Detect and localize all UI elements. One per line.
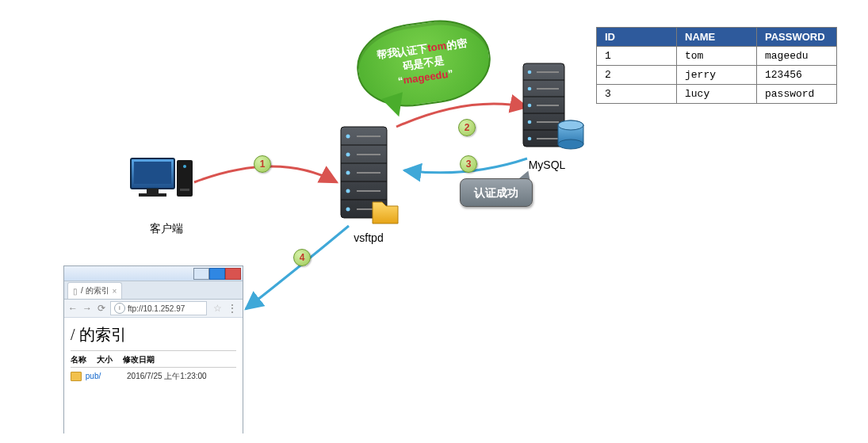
col-date: 修改日期 bbox=[123, 355, 155, 364]
step-1-badge: 1 bbox=[254, 155, 271, 173]
page-heading: / 的索引 bbox=[71, 324, 236, 346]
arrow-4 bbox=[246, 226, 349, 309]
window-maximize-button[interactable] bbox=[209, 268, 225, 280]
svg-point-40 bbox=[558, 120, 583, 130]
table-row: 1 tom mageedu bbox=[597, 47, 837, 66]
folder-icon bbox=[71, 372, 82, 381]
browser-tab[interactable]: ▯ / 的索引 × bbox=[67, 282, 122, 299]
forward-button[interactable]: → bbox=[82, 303, 93, 314]
step-4-badge: 4 bbox=[293, 249, 311, 266]
close-icon[interactable]: × bbox=[113, 287, 117, 296]
col-name: 名称 bbox=[71, 354, 94, 365]
vsftpd-server-icon bbox=[341, 127, 398, 223]
browser-page: / 的索引 名称 大小 修改日期 pub/ 2016/7/25 上午1:23:0… bbox=[64, 318, 243, 442]
svg-rect-6 bbox=[180, 189, 189, 191]
tab-title: / 的索引 bbox=[81, 285, 109, 296]
bubble-quote-r: ” bbox=[447, 67, 454, 80]
browser-titlebar bbox=[64, 266, 243, 281]
auth-success-callout: 认证成功 bbox=[460, 178, 533, 207]
svg-point-29 bbox=[528, 104, 532, 108]
listing-header: 名称 大小 修改日期 bbox=[71, 354, 236, 365]
bubble-user: tom bbox=[426, 40, 447, 54]
database-icon bbox=[558, 120, 583, 149]
table-row: 2 jerry 123456 bbox=[597, 66, 837, 85]
browser-addressbar: ← → ⟳ i ftp://10.1.252.97 ☆ ⋮ bbox=[64, 300, 243, 318]
url-text: ftp://10.1.252.97 bbox=[128, 304, 185, 313]
client-icon bbox=[131, 158, 193, 197]
svg-point-39 bbox=[558, 139, 583, 149]
browser-window: ▯ / 的索引 × ← → ⟳ i ftp://10.1.252.97 ☆ ⋮ … bbox=[63, 265, 243, 433]
back-button[interactable]: ← bbox=[67, 303, 78, 314]
table-row: 3 lucy password bbox=[597, 85, 837, 104]
db-col-password: PASSWORD bbox=[757, 28, 837, 47]
db-col-name: NAME bbox=[677, 28, 757, 47]
reload-button[interactable]: ⟳ bbox=[96, 303, 107, 314]
bookmark-icon[interactable]: ☆ bbox=[213, 303, 222, 314]
svg-point-13 bbox=[346, 153, 350, 157]
svg-point-14 bbox=[346, 171, 350, 175]
svg-point-27 bbox=[528, 71, 532, 74]
menu-icon[interactable]: ⋮ bbox=[225, 302, 239, 315]
entry-date: 2016/7/25 上午1:23:00 bbox=[127, 372, 207, 380]
db-col-id: ID bbox=[597, 28, 677, 47]
svg-point-31 bbox=[528, 137, 532, 141]
step-3-badge: 3 bbox=[460, 155, 477, 173]
svg-rect-1 bbox=[134, 162, 171, 184]
page-icon: ▯ bbox=[73, 287, 78, 296]
svg-point-12 bbox=[346, 135, 350, 139]
mysql-server-icon bbox=[523, 63, 583, 149]
window-minimize-button[interactable] bbox=[193, 268, 209, 280]
step-2-badge: 2 bbox=[458, 119, 476, 136]
user-db-table: ID NAME PASSWORD 1 tom mageedu 2 jerry 1… bbox=[596, 27, 837, 104]
svg-point-28 bbox=[528, 87, 532, 91]
svg-point-5 bbox=[183, 165, 186, 168]
folder-icon bbox=[373, 202, 398, 223]
info-icon[interactable]: i bbox=[114, 303, 125, 314]
list-item: pub/ 2016/7/25 上午1:23:00 bbox=[71, 371, 236, 382]
bubble-text-1b: 的密 bbox=[445, 36, 468, 51]
pub-folder-link[interactable]: pub/ bbox=[86, 372, 101, 380]
svg-rect-3 bbox=[139, 193, 166, 197]
svg-point-15 bbox=[346, 189, 350, 193]
url-input[interactable]: i ftp://10.1.252.97 bbox=[110, 301, 207, 315]
mysql-label: MySQL bbox=[523, 158, 571, 171]
window-close-button[interactable] bbox=[225, 268, 241, 280]
svg-point-16 bbox=[346, 208, 350, 212]
divider bbox=[71, 367, 236, 368]
svg-point-30 bbox=[528, 120, 532, 124]
client-label: 客户端 bbox=[143, 222, 190, 236]
vsftpd-label: vsftpd bbox=[345, 231, 392, 244]
col-size: 大小 bbox=[97, 354, 120, 365]
divider bbox=[71, 350, 236, 351]
svg-rect-2 bbox=[147, 189, 159, 193]
browser-tabstrip: ▯ / 的索引 × bbox=[64, 281, 243, 300]
